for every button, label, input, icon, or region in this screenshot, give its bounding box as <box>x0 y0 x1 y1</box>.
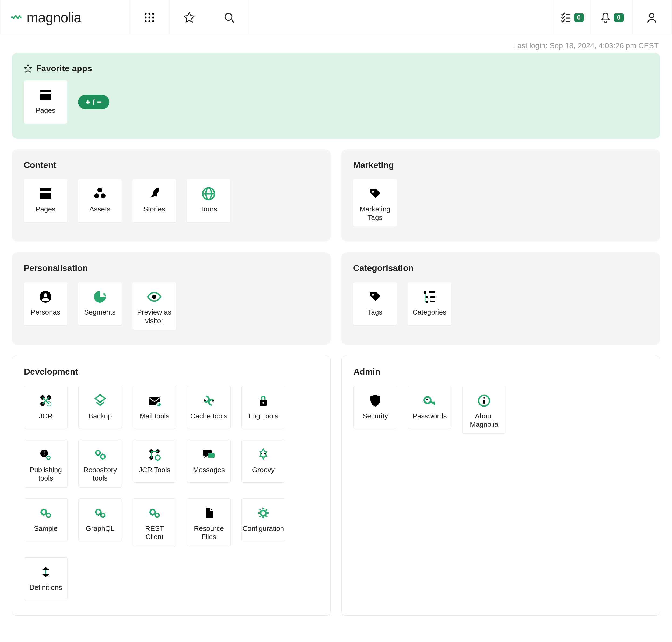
app-tile-tags[interactable]: Tags <box>353 282 397 325</box>
app-tile-messages[interactable]: Messages <box>187 440 231 483</box>
app-tile-label: Sample <box>34 524 58 533</box>
section-title: Personalisation <box>24 263 319 273</box>
section-title: Marketing <box>353 160 648 170</box>
app-tile-stories[interactable]: Stories <box>132 179 176 222</box>
cache-icon <box>201 393 216 408</box>
favorites-panel: Favorite apps Pages+ / − <box>12 53 660 139</box>
svg-rect-98 <box>11 16 12 18</box>
user-icon <box>646 12 658 23</box>
app-tile-marketing-tags[interactable]: Marketing Tags <box>353 179 397 227</box>
jcr-icon <box>38 393 53 408</box>
gears2-icon <box>38 505 53 521</box>
app-tile-jcr[interactable]: JCR <box>24 386 67 429</box>
definitions-icon <box>38 565 53 580</box>
app-tile-security[interactable]: Security <box>354 386 397 429</box>
favorites-title: Favorite apps <box>36 64 92 74</box>
app-tile-label: Repository tools <box>81 466 119 483</box>
profile-button[interactable] <box>632 0 672 35</box>
backup-icon <box>93 393 108 408</box>
app-tile-label: Categories <box>413 308 446 317</box>
app-tile-configuration[interactable]: Configuration <box>241 498 285 541</box>
section-personalisation: PersonalisationPersonasSegmentsPreview a… <box>12 253 331 345</box>
app-tile-label: Preview as visitor <box>135 308 173 325</box>
app-tile-mail-tools[interactable]: Mail tools <box>133 386 176 429</box>
app-tile-label: Pages <box>36 106 55 115</box>
section-content: ContentPagesAssetsStoriesTours <box>12 149 331 242</box>
logo-wave-icon <box>11 12 22 23</box>
app-tile-publishing-tools[interactable]: Publishing tools <box>24 440 67 488</box>
app-tile-label: Passwords <box>413 412 447 420</box>
section-title: Categorisation <box>353 263 648 273</box>
app-tile-preview-as-visitor[interactable]: Preview as visitor <box>132 282 176 330</box>
groovy-icon <box>256 447 271 462</box>
stories-icon <box>147 186 162 201</box>
app-tile-log-tools[interactable]: Log Tools <box>241 386 285 429</box>
publish-icon <box>38 447 53 462</box>
log-icon <box>256 393 271 408</box>
app-tile-label: Personas <box>31 308 60 317</box>
categories-icon <box>422 289 437 304</box>
app-tile-categories[interactable]: Categories <box>408 282 451 325</box>
info-icon <box>477 393 492 408</box>
app-tile-personas[interactable]: Personas <box>24 282 67 325</box>
app-tile-assets[interactable]: Assets <box>78 179 122 222</box>
bell-icon <box>600 12 611 23</box>
search-button[interactable] <box>209 0 249 35</box>
app-tile-definitions[interactable]: Definitions <box>24 557 67 600</box>
app-tile-cache-tools[interactable]: Cache tools <box>187 386 231 429</box>
app-tile-label: Stories <box>143 205 165 213</box>
app-tile-label: Mail tools <box>140 412 169 420</box>
gears2-icon <box>147 505 162 521</box>
app-tile-about-magnolia[interactable]: About Magnolia <box>462 386 506 434</box>
favorites-button[interactable] <box>169 0 209 35</box>
app-tile-backup[interactable]: Backup <box>78 386 122 429</box>
tasks-icon <box>560 12 571 23</box>
app-tile-jcr-tools[interactable]: JCR Tools <box>133 440 176 483</box>
app-tile-label: JCR <box>39 412 53 420</box>
app-tile-segments[interactable]: Segments <box>78 282 122 325</box>
app-tile-label: Configuration <box>243 524 284 533</box>
app-tile-label: Marketing Tags <box>356 205 394 222</box>
last-login-text: Last login: Sep 18, 2024, 4:03:26 pm CES… <box>12 35 660 53</box>
app-tile-label: GraphQL <box>86 524 115 533</box>
app-launcher-button[interactable] <box>129 0 169 35</box>
persona-icon <box>38 289 53 304</box>
app-tile-label: Resource Files <box>190 524 228 541</box>
gear-icon <box>256 505 271 521</box>
app-tile-sample[interactable]: Sample <box>24 498 67 541</box>
app-tile-pages[interactable]: Pages <box>24 179 67 222</box>
app-tile-graphql[interactable]: GraphQL <box>78 498 122 541</box>
edit-favorites-button[interactable]: + / − <box>78 95 109 109</box>
app-tile-tours[interactable]: Tours <box>187 179 230 222</box>
app-tile-repository-tools[interactable]: Repository tools <box>78 440 122 488</box>
file-icon <box>201 505 216 521</box>
app-tile-resource-files[interactable]: Resource Files <box>187 498 231 546</box>
search-icon <box>224 12 235 23</box>
notifications-button[interactable]: 0 <box>592 0 632 35</box>
key-icon <box>422 393 437 408</box>
app-tile-label: Assets <box>89 205 110 213</box>
tasks-badge: 0 <box>574 13 584 22</box>
app-tile-label: Log Tools <box>249 412 278 420</box>
section-title: Content <box>24 160 319 170</box>
app-tile-label: Tags <box>368 308 383 317</box>
app-tile-groovy[interactable]: Groovy <box>241 440 285 483</box>
section-title: Admin <box>354 367 648 377</box>
section-admin: AdminSecurityPasswordsAbout Magnolia <box>341 356 660 616</box>
shield-icon <box>368 393 383 408</box>
grid-icon <box>144 12 155 23</box>
app-tile-label: Tours <box>200 205 217 213</box>
header-spacer <box>249 0 552 35</box>
app-tile-pages[interactable]: Pages <box>24 80 67 124</box>
app-tile-label: About Magnolia <box>465 412 503 429</box>
segments-icon <box>92 289 107 304</box>
app-tile-label: Definitions <box>29 583 62 592</box>
app-tile-label: JCR Tools <box>139 466 170 474</box>
app-tile-label: Security <box>363 412 388 420</box>
section-development: DevelopmentJCRBackupMail toolsCache tool… <box>12 356 331 616</box>
section-title: Development <box>24 367 318 377</box>
app-tile-passwords[interactable]: Passwords <box>408 386 452 429</box>
logo[interactable]: magnolia <box>0 0 129 35</box>
tasks-button[interactable]: 0 <box>552 0 592 35</box>
app-tile-rest-client[interactable]: REST Client <box>133 498 176 546</box>
